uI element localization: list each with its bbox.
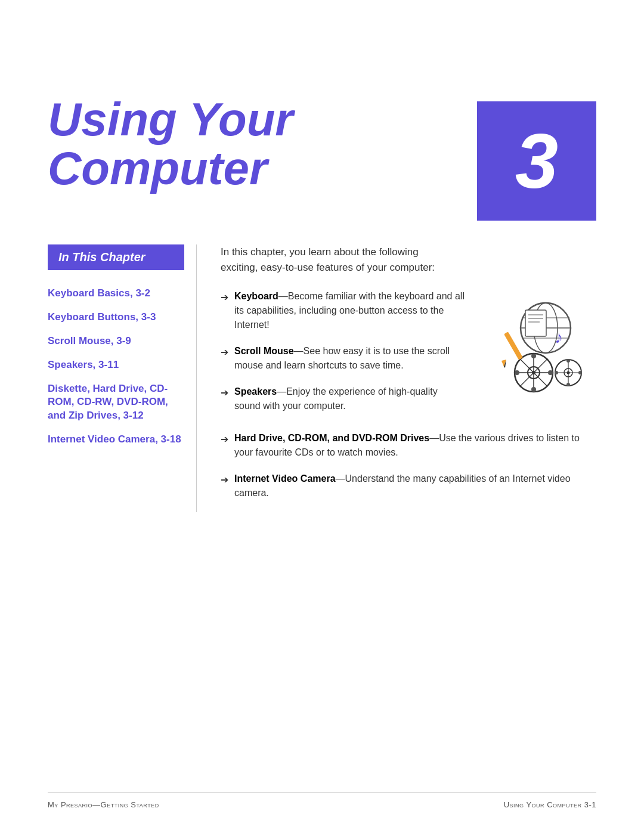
intro-text: In this chapter, you learn about the fol… bbox=[221, 244, 447, 275]
chapter-title: Using Your Computer bbox=[48, 95, 453, 193]
arrow-icon-keyboard: ➔ bbox=[221, 290, 228, 305]
arrow-icon-camera: ➔ bbox=[221, 473, 228, 487]
svg-rect-21 bbox=[504, 332, 523, 360]
right-content: In this chapter, you learn about the fol… bbox=[197, 244, 596, 512]
multimedia-illustration: ♪ bbox=[480, 295, 593, 397]
sidebar-item-scroll-mouse[interactable]: Scroll Mouse, 3-9 bbox=[48, 335, 184, 348]
footer-right: Using Your Computer 3-1 bbox=[504, 800, 596, 809]
sidebar-item-speakers[interactable]: Speakers, 3-11 bbox=[48, 358, 184, 371]
footer-left: My Presario—Getting Started bbox=[48, 800, 159, 809]
sidebar: In This Chapter Keyboard Basics, 3-2 Key… bbox=[48, 244, 197, 512]
svg-point-31 bbox=[555, 371, 558, 374]
bullet-item-keyboard: ➔ Keyboard—Become familiar with the keyb… bbox=[221, 289, 465, 332]
svg-text:♪: ♪ bbox=[555, 328, 563, 346]
in-this-chapter-badge: In This Chapter bbox=[48, 244, 184, 270]
page: Using Your Computer 3 In This Chapter Ke… bbox=[0, 0, 644, 833]
bullet-list: ➔ Keyboard—Become familiar with the keyb… bbox=[221, 289, 465, 425]
bullet-item-hard-drive: ➔ Hard Drive, CD-ROM, and DVD-ROM Drives… bbox=[221, 431, 596, 460]
svg-point-30 bbox=[566, 383, 570, 386]
arrow-icon-scroll-mouse: ➔ bbox=[221, 345, 228, 360]
svg-point-17 bbox=[531, 354, 536, 358]
sidebar-item-camera[interactable]: Internet Video Camera, 3-18 bbox=[48, 433, 184, 446]
content-with-illustration: ➔ Keyboard—Become familiar with the keyb… bbox=[221, 289, 596, 425]
svg-rect-5 bbox=[525, 310, 546, 336]
svg-point-29 bbox=[566, 359, 570, 363]
svg-point-32 bbox=[578, 371, 582, 374]
arrow-icon-hard-drive: ➔ bbox=[221, 432, 228, 447]
bullet-item-scroll-mouse: ➔ Scroll Mouse—See how easy it is to use… bbox=[221, 344, 465, 373]
arrow-icon-speakers: ➔ bbox=[221, 386, 228, 400]
illustration: ♪ bbox=[477, 289, 596, 425]
chapter-number-box: 3 bbox=[477, 101, 596, 221]
chapter-title-text: Using Your Computer bbox=[48, 95, 453, 193]
chapter-title-area: Using Your Computer 3 bbox=[0, 0, 644, 244]
svg-point-19 bbox=[515, 370, 519, 375]
chapter-number: 3 bbox=[515, 116, 558, 206]
bullet-item-speakers: ➔ Speakers—Enjoy the experience of high-… bbox=[221, 385, 465, 413]
sidebar-item-drives[interactable]: Diskette, Hard Drive, CD-ROM, CD-RW, DVD… bbox=[48, 382, 184, 422]
svg-point-18 bbox=[531, 387, 536, 392]
sidebar-item-keyboard-buttons[interactable]: Keyboard Buttons, 3-3 bbox=[48, 311, 184, 324]
sidebar-item-keyboard-basics[interactable]: Keyboard Basics, 3-2 bbox=[48, 287, 184, 300]
bullet-item-camera: ➔ Internet Video Camera—Understand the m… bbox=[221, 472, 596, 500]
page-footer: My Presario—Getting Started Using Your C… bbox=[48, 792, 596, 809]
svg-point-20 bbox=[548, 370, 553, 375]
in-this-chapter-label: In This Chapter bbox=[58, 250, 145, 264]
main-content: In This Chapter Keyboard Basics, 3-2 Key… bbox=[0, 244, 644, 548]
